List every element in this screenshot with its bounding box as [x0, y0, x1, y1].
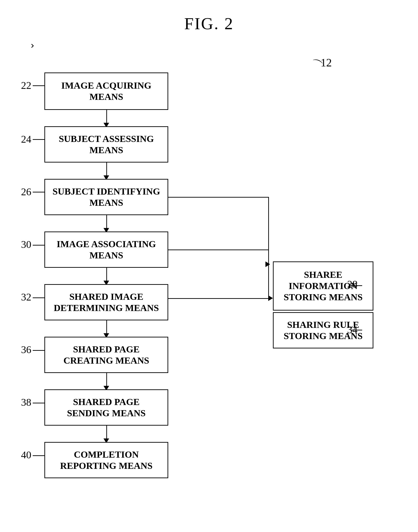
ref-30-line [33, 245, 44, 245]
conn-22-24 [106, 110, 107, 124]
ref-36: 36 [21, 344, 31, 356]
ref-24: 24 [21, 133, 31, 145]
figure-title: FIG. 2 [0, 0, 418, 34]
ref-28: 28 [347, 278, 358, 290]
ref-32: 32 [21, 291, 31, 303]
ref-36-line [33, 350, 44, 351]
box-subject-identifying: SUBJECT IDENTIFYINGMEANS [44, 179, 168, 215]
ref-38-line [33, 403, 44, 403]
box-shared-image-determining: SHARED IMAGEDETERMINING MEANS [44, 284, 168, 320]
box-completion-reporting: COMPLETIONREPORTING MEANS [44, 442, 168, 478]
ref-38: 38 [21, 396, 31, 408]
conn-32-34 [168, 298, 269, 299]
arrow-to-34 [268, 295, 273, 301]
conn-26-right [168, 197, 269, 198]
conn-30-28 [168, 250, 269, 250]
box-subject-assessing: SUBJECT ASSESSINGMEANS [44, 126, 168, 163]
ref-22: 22 [21, 80, 31, 91]
ref-30: 30 [21, 239, 31, 251]
conn-38-40 [106, 426, 107, 440]
box-shared-page-sending: SHARED PAGESENDING MEANS [44, 389, 168, 426]
conn-32-36 [106, 320, 107, 334]
conn-30-32 [106, 268, 107, 282]
conn-36-38 [106, 373, 107, 387]
box-image-acquiring: IMAGE ACQUIRINGMEANS [44, 73, 168, 110]
arrow-to-28 [266, 261, 270, 267]
ref-28-line [350, 285, 362, 286]
ref-22-line [33, 85, 44, 86]
box-sharee-information: SHAREEINFORMATIONSTORING MEANS [273, 261, 373, 311]
diagram: 12 ⌒ 22 IMAGE ACQUIRINGMEANS 24 SUBJECT … [19, 42, 397, 521]
ref-34-line [350, 330, 362, 330]
ref-40: 40 [21, 449, 31, 461]
conn-26-30 [106, 215, 107, 229]
box-image-associating: IMAGE ASSOCIATINGMEANS [44, 231, 168, 268]
ref-40-line [33, 455, 44, 456]
ref-24-line [33, 139, 44, 140]
ref-32-line [33, 297, 44, 298]
ref-26: 26 [21, 186, 31, 198]
conn-vert-right2 [268, 250, 269, 298]
ref-26-line [33, 192, 44, 193]
conn-24-26 [106, 163, 107, 177]
box-shared-page-creating: SHARED PAGECREATING MEANS [44, 337, 168, 373]
